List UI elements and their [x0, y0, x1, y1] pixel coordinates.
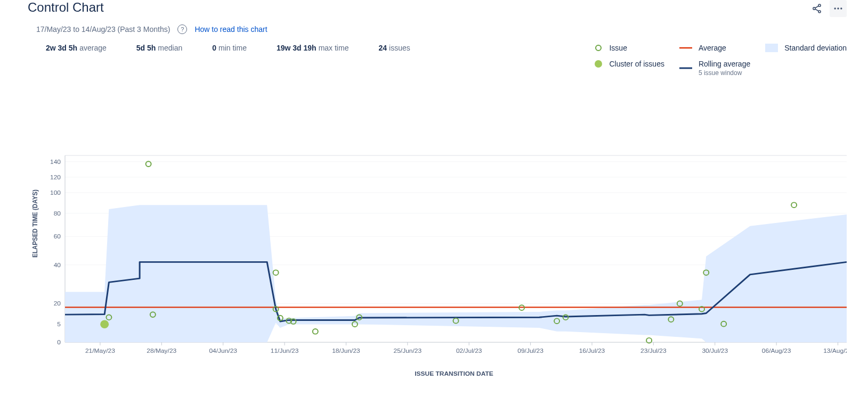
cluster-point[interactable]	[100, 320, 109, 328]
svg-text:140: 140	[50, 158, 61, 166]
svg-text:28/May/23: 28/May/23	[147, 347, 176, 354]
issue-point[interactable]	[146, 161, 151, 167]
svg-text:100: 100	[50, 189, 61, 196]
svg-line-3	[815, 6, 818, 8]
svg-text:20: 20	[54, 300, 61, 307]
legend-average: Average	[679, 44, 750, 52]
svg-text:30/Jul/23: 30/Jul/23	[702, 347, 728, 354]
page-title: Control Chart	[28, 0, 104, 15]
stats-bar: 2w 3d 5haverage 5d 5hmedian 0min time 19…	[36, 44, 410, 77]
svg-point-11	[595, 60, 602, 68]
svg-text:09/Jul/23: 09/Jul/23	[517, 347, 543, 354]
svg-point-6	[837, 7, 839, 9]
svg-text:06/Aug/23: 06/Aug/23	[762, 347, 791, 354]
more-icon[interactable]	[830, 0, 847, 17]
svg-text:16/Jul/23: 16/Jul/23	[579, 347, 605, 354]
svg-text:18/Jun/23: 18/Jun/23	[332, 347, 360, 354]
svg-text:11/Jun/23: 11/Jun/23	[271, 347, 299, 354]
svg-line-4	[815, 9, 818, 11]
svg-text:04/Jun/23: 04/Jun/23	[209, 347, 237, 354]
svg-text:ISSUE TRANSITION DATE: ISSUE TRANSITION DATE	[415, 370, 493, 377]
svg-point-2	[818, 11, 821, 13]
legend-stddev: Standard deviation	[765, 44, 847, 52]
help-icon[interactable]: ?	[177, 24, 187, 34]
issue-point[interactable]	[273, 270, 279, 275]
svg-text:23/Jul/23: 23/Jul/23	[640, 347, 667, 354]
legend-cluster: Cluster of issues	[594, 60, 664, 68]
svg-text:120: 120	[50, 173, 61, 181]
date-range: 17/May/23 to 14/Aug/23 (Past 3 Months)	[36, 25, 170, 34]
svg-point-0	[818, 4, 821, 6]
svg-text:21/May/23: 21/May/23	[85, 347, 115, 354]
legend: Issue Average Standard deviation Cluster…	[594, 44, 847, 77]
svg-point-8	[596, 45, 601, 51]
svg-text:25/Jun/23: 25/Jun/23	[394, 347, 422, 354]
svg-text:80: 80	[54, 210, 61, 217]
svg-point-7	[840, 7, 842, 9]
svg-text:5: 5	[57, 320, 61, 328]
svg-point-5	[834, 7, 836, 9]
svg-text:0: 0	[57, 338, 61, 346]
svg-text:60: 60	[54, 233, 61, 240]
legend-rolling: Rolling average 5 issue window	[679, 60, 750, 77]
svg-rect-10	[765, 44, 778, 52]
svg-point-1	[813, 7, 815, 10]
svg-text:ELAPSED TIME (DAYS): ELAPSED TIME (DAYS)	[31, 189, 39, 258]
issue-point[interactable]	[791, 202, 797, 208]
control-chart: 052040608010012014021/May/2328/May/2304/…	[28, 89, 847, 378]
svg-text:02/Jul/23: 02/Jul/23	[456, 347, 482, 354]
share-icon[interactable]	[808, 0, 825, 17]
legend-issue: Issue	[594, 44, 664, 52]
issue-point[interactable]	[313, 329, 318, 334]
svg-text:40: 40	[54, 261, 61, 269]
how-to-read-link[interactable]: How to read this chart	[194, 25, 267, 34]
svg-text:13/Aug/23: 13/Aug/23	[823, 347, 847, 354]
